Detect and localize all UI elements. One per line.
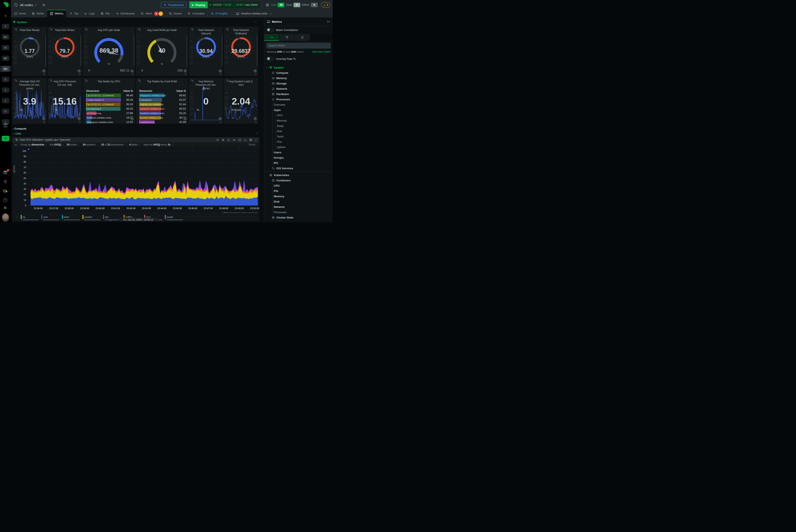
workspace-item[interactable]: ND — [0, 66, 11, 72]
select-icon[interactable] — [84, 35, 87, 38]
add-more-charts-link[interactable]: Add more charts — [312, 50, 331, 53]
label-badge-icon[interactable]: L — [190, 61, 193, 64]
sum-icon[interactable]: Σ — [190, 40, 193, 43]
tree-item-overview[interactable]: Overview — [264, 102, 333, 107]
legend-item[interactable]: irq — [21, 215, 41, 219]
metric-summary-card[interactable]: Avg Memory Pressure (10 sec, some) ⇄ N I… — [189, 78, 223, 124]
gauge-card[interactable]: Avg CPU per Node Σ N I D L 869.38 % 0 99… — [83, 27, 135, 76]
label-badge-icon[interactable]: L — [225, 112, 228, 116]
help-icon[interactable]: ? — [3, 198, 8, 203]
label-badge-icon[interactable]: L — [49, 112, 52, 116]
tree-item-containers[interactable]: Containers — [264, 178, 333, 183]
tree-item-hardware[interactable]: Hardware — [264, 91, 333, 97]
table-row[interactable]: postgresql-0 95.03 — [86, 107, 133, 111]
toolbar-token[interactable]: 10 of 11 dimensions⌄ — [101, 143, 126, 146]
tab-alerts-sidebar[interactable] — [295, 34, 310, 41]
select-icon[interactable] — [225, 86, 228, 90]
workspace-item[interactable]: NC — [0, 34, 11, 40]
workspace-item[interactable]: U — [0, 108, 11, 114]
tab-events[interactable]: Events — [166, 10, 185, 17]
select-icon[interactable] — [49, 35, 52, 38]
offline-count-badge[interactable]: 5 — [311, 3, 318, 7]
tab-k8s[interactable]: K8s — [98, 10, 113, 17]
room-chevron-icon[interactable]: ▾ — [35, 4, 37, 6]
select-icon[interactable] — [14, 86, 17, 90]
tree-item-tasks[interactable]: Tasks — [264, 134, 333, 139]
table-row[interactable]: bangalore 62.97 — [139, 98, 186, 102]
compute-section-label[interactable]: - Compute — [13, 127, 264, 130]
chart-filters-icon[interactable] — [222, 138, 225, 141]
tree-item-fds[interactable]: FDs — [264, 139, 333, 145]
card-resize-grip[interactable] — [254, 121, 257, 123]
tree-item-memory[interactable]: Memory — [264, 194, 333, 199]
chevron-right-icon[interactable]: › — [266, 66, 269, 69]
tree-item-memory[interactable]: Memory — [264, 76, 333, 81]
anomaly-rate-toggle[interactable] — [267, 57, 274, 61]
favorite-heart-icon[interactable]: ♡ — [256, 132, 258, 135]
dimension-badge-icon[interactable]: D — [137, 56, 140, 59]
legend-item[interactable]: steal — [62, 215, 82, 219]
table-row[interactable]: toronto.netdata.rocks 60.11 — [139, 116, 186, 120]
tab-top[interactable]: Top — [67, 10, 81, 17]
reset-button[interactable]: Reset — [249, 143, 257, 146]
tab-home[interactable]: Home — [11, 10, 29, 17]
card-resize-grip[interactable] — [219, 121, 222, 123]
card-resize-grip[interactable] — [254, 73, 257, 75]
play-chevron-icon[interactable]: ▾ — [210, 4, 211, 6]
tab-anomalies[interactable]: Anomalies — [185, 10, 207, 17]
tab-dashboards[interactable]: Dashboards — [113, 10, 138, 17]
workspace-avatar[interactable]: t — [2, 98, 10, 103]
select-icon[interactable] — [137, 35, 140, 38]
compare-icon[interactable]: ⇄ — [49, 91, 52, 94]
tree-item-storage[interactable]: Storage — [264, 81, 333, 86]
table-row[interactable]: registry.my-netdata.io 61.44 — [139, 102, 186, 107]
workspace-avatar[interactable]: C — [2, 77, 10, 82]
jump-to-latest-icon[interactable] — [15, 144, 17, 146]
favorite-heart-icon[interactable]: ♡ — [255, 21, 257, 24]
toolbar-token[interactable]: 24 systems⌄ — [83, 143, 98, 146]
tree-item-compute[interactable]: Compute — [264, 70, 333, 76]
rail-expand-icon[interactable]: > — [0, 14, 11, 18]
legend-item[interactable]: system — [82, 215, 103, 219]
dimension-badge-icon[interactable]: D — [190, 107, 193, 110]
card-resize-grip[interactable] — [131, 73, 134, 75]
cpu-utilization-plot[interactable]: 1009080706050403020100 percent ◆ — [13, 147, 259, 212]
metric-summary-card[interactable]: Avg System Load (1 min) ⇄ N I D L 2.04 t… — [224, 78, 258, 124]
dimension-badge-icon[interactable]: D — [84, 56, 87, 59]
select-icon[interactable] — [190, 35, 193, 38]
playing-button[interactable]: ▶ Playing — [189, 1, 208, 8]
tab-metrics[interactable]: Metrics — [47, 10, 66, 17]
tree-item-psi[interactable]: PSI — [264, 188, 333, 194]
chart-drag-grip-icon[interactable] — [255, 138, 257, 141]
workspace-avatar[interactable]: ND — [2, 66, 10, 72]
sum-icon[interactable]: Σ — [137, 40, 140, 43]
workspace-avatar[interactable]: NC — [2, 34, 10, 40]
chart-fullscreen-icon[interactable] — [238, 138, 241, 141]
gauge-card[interactable]: Total Disk Writes Σ N I D L 79.7 MiB/s~ — [48, 27, 82, 76]
compare-icon[interactable]: ⇄ — [14, 91, 17, 94]
add-workspace-button[interactable]: + — [2, 136, 10, 141]
drag-grip-icon[interactable] — [269, 13, 272, 15]
sum-icon[interactable]: Σ — [14, 40, 17, 43]
chart-download-icon[interactable] — [244, 138, 247, 141]
chart-save-icon[interactable] — [249, 138, 252, 141]
card-resize-grip[interactable] — [78, 73, 81, 75]
card-resize-grip[interactable] — [78, 121, 81, 123]
metric-summary-card[interactable]: Avg CPU Pressure (10 sec, full) ⇄ N I D … — [48, 78, 82, 124]
dimension-badge-icon[interactable]: D — [49, 107, 52, 110]
card-resize-grip[interactable] — [43, 121, 45, 123]
tree-item-apps[interactable]: Apps — [264, 107, 333, 113]
tree-item-system[interactable]: ›System — [264, 65, 333, 70]
table-row[interactable]: frankfurt.netdata.rocks 16.05 — [86, 116, 133, 120]
gauge-card[interactable]: Total Network Outbound Σ N I D L 29.6837… — [224, 27, 258, 76]
tab-ai-insights[interactable]: AI Insights — [208, 10, 231, 17]
cpu-subsection-label[interactable]: -- CPU ♡ — [13, 132, 264, 136]
table-row[interactable]: redis-master-0 96.29 — [86, 98, 133, 102]
compare-icon[interactable]: ⇄ — [225, 91, 228, 94]
workspace-avatar[interactable]: U — [2, 109, 10, 114]
tree-item-cluster-state[interactable]: Cluster State — [264, 215, 333, 220]
card-resize-grip[interactable] — [184, 73, 187, 75]
legend-item[interactable]: iowait — [165, 215, 185, 219]
tab-alerts[interactable]: Alerts 6 17 — [138, 10, 166, 17]
workspace-avatar[interactable]: NP — [2, 56, 10, 61]
